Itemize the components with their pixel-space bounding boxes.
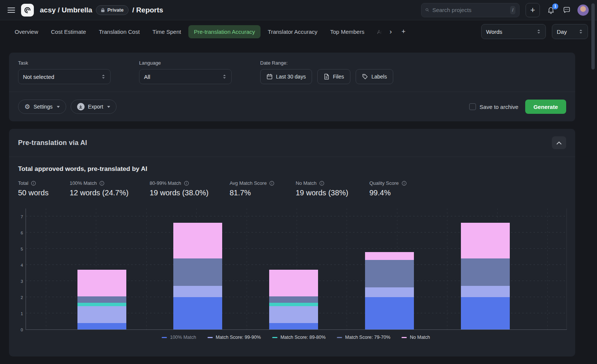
stacked-bar[interactable] — [269, 270, 318, 329]
bar-segment — [269, 306, 318, 323]
stacked-bar[interactable] — [461, 223, 510, 329]
stat-label: Avg Match Score — [230, 180, 275, 186]
x-gridline — [46, 208, 46, 329]
generate-button[interactable]: Generate — [525, 100, 566, 114]
unit-select[interactable]: Words — [481, 24, 546, 39]
tab-pre-translation-accuracy[interactable]: Pre-translation Accuracy — [188, 25, 261, 38]
file-icon — [324, 74, 329, 80]
search-box[interactable]: / — [421, 3, 520, 17]
stat-block: No Match19 words (38%) — [295, 180, 348, 197]
notifications-button[interactable]: 1 — [546, 5, 556, 15]
legend-dash — [337, 337, 342, 338]
bar-segment — [365, 252, 414, 260]
stat-value: 81.7% — [230, 189, 275, 197]
chat-icon — [563, 6, 571, 14]
tab-overview[interactable]: Overview — [9, 25, 44, 38]
download-circle-icon — [77, 103, 85, 110]
stat-value: 99.4% — [369, 189, 406, 197]
search-shortcut-key: / — [510, 6, 515, 14]
stat-value: 12 words (24.7%) — [70, 189, 129, 197]
collapse-panel-button[interactable] — [552, 136, 566, 149]
date-range-label: Date Range: — [260, 60, 393, 66]
x-gridline — [146, 208, 147, 329]
info-icon[interactable] — [319, 181, 324, 186]
stacked-bar[interactable] — [365, 252, 414, 329]
search-icon — [425, 7, 429, 13]
bar-segment — [77, 306, 126, 323]
labels-filter-button[interactable]: Labels — [356, 69, 393, 84]
stat-block: Avg Match Score81.7% — [230, 180, 275, 197]
x-gridline — [247, 208, 247, 329]
y-tick-label: 4 — [16, 263, 23, 267]
stat-value: 19 words (38%) — [295, 189, 348, 197]
report-tabs-bar: OverviewCost EstimateTranslation CostTim… — [0, 20, 597, 42]
period-select-value: Day — [557, 29, 567, 35]
bar-segment — [269, 323, 318, 329]
tab-translator-accuracy[interactable]: Translator Accuracy — [262, 25, 323, 38]
updown-chevron-icon — [101, 74, 106, 79]
privacy-badge: Private — [96, 5, 128, 15]
info-icon[interactable] — [184, 181, 189, 186]
stat-label: No Match — [295, 180, 348, 186]
stacked-bar[interactable] — [77, 270, 126, 329]
y-tick-label: 2 — [16, 295, 23, 300]
date-range-button[interactable]: Last 30 days — [260, 69, 312, 84]
stacked-bar[interactable] — [173, 223, 222, 329]
legend-item[interactable]: Match Score: 99-90% — [208, 335, 261, 340]
info-icon[interactable] — [99, 181, 105, 186]
filters-panel: Task Not selected Language All Date Rang… — [9, 53, 575, 121]
legend-dash — [272, 337, 277, 338]
tab-time-spent[interactable]: Time Spent — [147, 25, 187, 38]
tab-translation-cost[interactable]: Translation Cost — [93, 25, 145, 38]
bar-segment — [269, 296, 318, 303]
tab-top-members[interactable]: Top Members — [324, 25, 370, 38]
bar-segment — [365, 297, 414, 329]
save-to-archive-label: Save to archive — [480, 104, 518, 110]
legend-dash — [208, 337, 213, 338]
tab-cost-estimate[interactable]: Cost Estimate — [45, 25, 92, 38]
bar-segment — [461, 223, 510, 258]
add-report-tab-button[interactable]: + — [398, 25, 409, 38]
messages-button[interactable] — [562, 5, 571, 15]
info-icon[interactable] — [31, 181, 36, 186]
breadcrumb-project[interactable]: acsy / Umbrella — [40, 6, 92, 14]
language-select[interactable]: All — [139, 69, 232, 84]
app-header: acsy / Umbrella Private / Reports / + — [0, 0, 597, 20]
legend-dash — [162, 337, 167, 338]
legend-item[interactable]: 100% Match — [162, 335, 196, 340]
language-label: Language — [139, 60, 232, 66]
stat-label: 80-99% Match — [150, 180, 209, 186]
save-to-archive-checkbox[interactable] — [469, 103, 476, 110]
stat-block: Total50 words — [18, 180, 48, 197]
settings-button[interactable]: ⚙ Settings — [18, 100, 66, 114]
save-to-archive-option: Save to archive — [469, 103, 518, 110]
y-tick-label: 7 — [16, 214, 23, 219]
app-logo[interactable] — [21, 4, 34, 17]
menu-icon[interactable] — [8, 8, 15, 13]
bar-segment — [77, 296, 126, 303]
info-icon[interactable] — [402, 181, 407, 186]
task-select[interactable]: Not selected — [18, 69, 111, 84]
legend-item[interactable]: Match Score: 89-80% — [272, 335, 326, 340]
language-select-value: All — [144, 74, 150, 80]
x-gridline — [447, 208, 447, 329]
files-filter-button[interactable]: Files — [317, 69, 350, 84]
breadcrumb: acsy / Umbrella Private / Reports — [40, 5, 163, 15]
user-avatar[interactable] — [577, 5, 589, 16]
legend-item[interactable]: Match Score: 79-70% — [337, 335, 390, 340]
create-project-button[interactable]: + — [526, 3, 540, 17]
calendar-icon — [267, 74, 273, 80]
stacked-bar-chart: 01234567 100% MatchMatch Score: 99-90%Ma… — [26, 208, 566, 340]
bar-segment — [461, 286, 510, 297]
info-icon[interactable] — [269, 181, 274, 186]
chevron-up-icon — [556, 141, 562, 145]
legend-item[interactable]: No Match — [402, 335, 430, 340]
bar-segment — [461, 297, 510, 329]
tab-ar[interactable]: Ar — [371, 25, 383, 38]
stat-label: 100% Match — [70, 180, 129, 186]
search-input[interactable] — [432, 7, 507, 13]
period-select[interactable]: Day — [552, 24, 588, 39]
vertical-scrollbar-thumb[interactable] — [591, 3, 595, 69]
tabs-overflow-button[interactable]: › — [385, 25, 396, 38]
export-button[interactable]: Export — [71, 100, 117, 114]
